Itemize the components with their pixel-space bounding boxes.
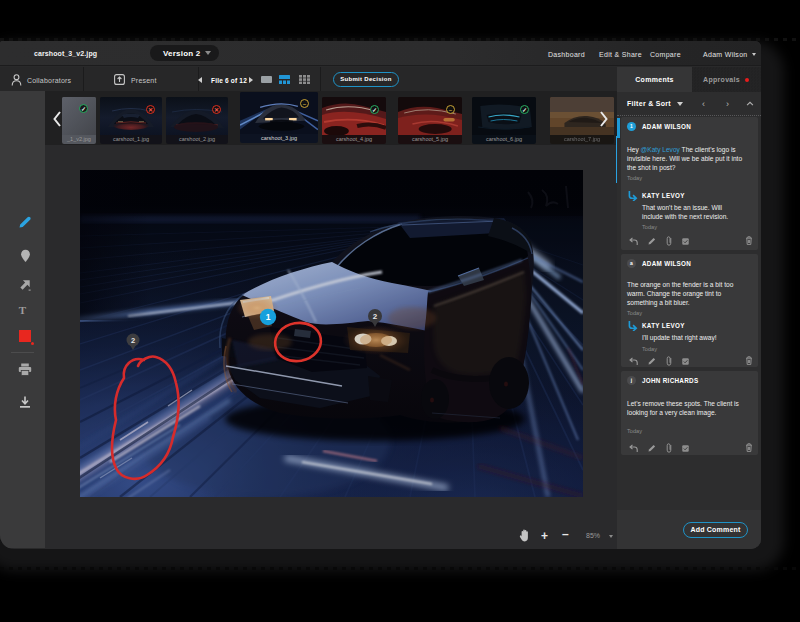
svg-text:2: 2	[373, 312, 378, 321]
svg-text:1: 1	[266, 312, 271, 322]
svg-text:2: 2	[131, 336, 135, 345]
